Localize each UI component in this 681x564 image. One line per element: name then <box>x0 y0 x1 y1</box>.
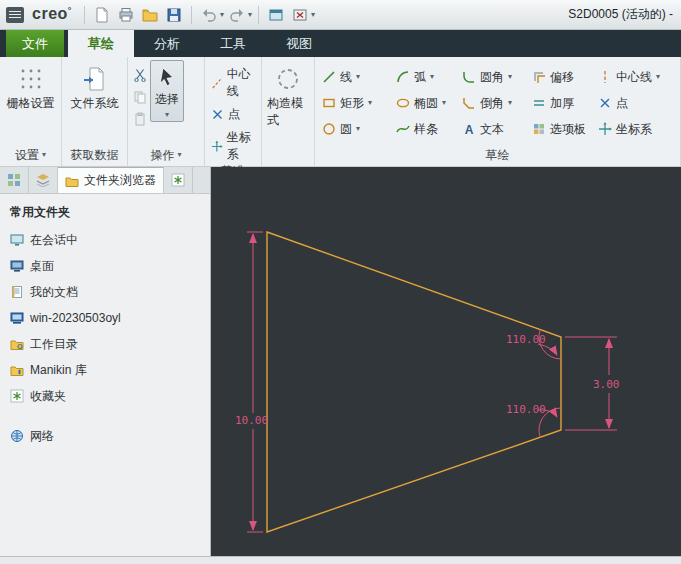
datum-centerline-button[interactable]: 中心线 <box>211 66 259 100</box>
paste-icon[interactable] <box>133 112 147 126</box>
chevron-down-icon[interactable]: ▾ <box>508 73 512 81</box>
folder-item-in-session[interactable]: 在会话中 <box>0 227 210 253</box>
desktop-icon <box>10 259 24 273</box>
group-sketch: 线▾ 矩形▾ 圆▾ 弧▾ <box>315 57 681 166</box>
tool-fillet[interactable]: 圆角▾ <box>457 64 527 90</box>
folder-label: 在会话中 <box>30 232 78 249</box>
redo-button[interactable] <box>226 4 248 26</box>
sketch-canvas[interactable]: 10.00 3.00 110.00 110.00 <box>211 167 681 556</box>
datum-point-button[interactable]: 点 <box>211 106 240 123</box>
tool-palette[interactable]: 选项板 <box>527 116 593 142</box>
chevron-down-icon[interactable]: ▾ <box>356 73 360 81</box>
tool-circle[interactable]: 圆▾ <box>317 116 391 142</box>
tab-model-tree[interactable] <box>0 167 29 193</box>
manikin-folder-icon <box>10 363 24 377</box>
tool-chamfer[interactable]: 倒角▾ <box>457 90 527 116</box>
select-button[interactable]: 选择 ▾ <box>150 60 184 122</box>
footer-get-data[interactable]: 获取数据 <box>62 144 127 166</box>
customize-toolbar-caret-icon[interactable]: ▾ <box>311 10 315 19</box>
save-button[interactable] <box>163 4 185 26</box>
chamfer-icon <box>462 96 476 110</box>
undo-caret-icon[interactable]: ▾ <box>220 10 224 19</box>
rectangle-icon <box>322 96 336 110</box>
new-file-button[interactable] <box>91 4 113 26</box>
fillet-icon <box>462 70 476 84</box>
datum-csys-button[interactable]: 坐标系 <box>211 129 259 163</box>
folder-label: 收藏夹 <box>30 388 66 405</box>
footer-sketch: 草绘 <box>315 144 680 166</box>
close-window-button[interactable] <box>289 4 311 26</box>
tab-label: 文件夹浏览器 <box>84 172 156 189</box>
group-datum: 中心线 点 坐标系 基准 <box>205 57 262 166</box>
tool-line[interactable]: 线▾ <box>317 64 391 90</box>
tool-thicken[interactable]: 加厚 <box>527 90 593 116</box>
folder-item-favorites[interactable]: 收藏夹 <box>0 383 210 409</box>
tool-label: 线 <box>340 69 352 86</box>
construction-mode-button[interactable]: 构造模式 <box>262 60 314 132</box>
tab-tools[interactable]: 工具 <box>200 30 266 57</box>
dimension-left[interactable]: 10.00 <box>235 232 268 532</box>
folder-item-manikin-library[interactable]: Manikin 库 <box>0 357 210 383</box>
tab-sketch[interactable]: 草绘 <box>68 30 134 57</box>
folder-item-desktop[interactable]: 桌面 <box>0 253 210 279</box>
grid-settings-button[interactable]: 栅格设置 <box>2 60 60 115</box>
tool-spline[interactable]: 样条 <box>391 116 457 142</box>
save-icon <box>166 7 182 23</box>
documents-icon <box>10 285 24 299</box>
chevron-down-icon[interactable]: ▾ <box>656 73 660 81</box>
ribbon-tab-bar: 文件 草绘 分析 工具 视图 <box>0 30 681 57</box>
tab-layer-tree[interactable] <box>29 167 58 193</box>
tab-favorites[interactable] <box>164 167 193 193</box>
chevron-down-icon[interactable]: ▾ <box>368 99 372 107</box>
app-menu-icon[interactable] <box>6 7 24 23</box>
chevron-down-icon[interactable]: ▾ <box>356 125 360 133</box>
folder-label: Manikin 库 <box>30 362 87 379</box>
divider <box>84 6 85 24</box>
tool-text[interactable]: A 文本 <box>457 116 527 142</box>
dimension-value: 3.00 <box>593 378 620 391</box>
open-button[interactable] <box>139 4 161 26</box>
dimension-right[interactable]: 3.00 <box>565 337 620 430</box>
folder-item-computer[interactable]: win-20230503oyl <box>0 305 210 331</box>
centerline-icon <box>211 77 223 90</box>
circle-icon <box>322 122 336 136</box>
tool-label: 坐标系 <box>616 121 652 138</box>
footer-settings[interactable]: 设置▾ <box>0 144 61 166</box>
tool-rectangle[interactable]: 矩形▾ <box>317 90 391 116</box>
working-folder-icon <box>10 337 24 351</box>
file-system-button[interactable]: 文件系统 <box>66 60 124 115</box>
folder-label: 网络 <box>30 428 54 445</box>
button-label: 栅格设置 <box>7 95 55 112</box>
tool-arc[interactable]: 弧▾ <box>391 64 457 90</box>
spline-icon <box>396 122 410 136</box>
folder-item-working-directory[interactable]: 工作目录 <box>0 331 210 357</box>
tab-analysis[interactable]: 分析 <box>134 30 200 57</box>
copy-icon[interactable] <box>133 90 147 104</box>
tool-label: 加厚 <box>550 95 574 112</box>
print-button[interactable] <box>115 4 137 26</box>
window-button[interactable] <box>265 4 287 26</box>
in-session-icon <box>10 233 24 247</box>
undo-button[interactable] <box>198 4 220 26</box>
chevron-down-icon[interactable]: ▾ <box>442 99 446 107</box>
redo-caret-icon[interactable]: ▾ <box>248 10 252 19</box>
tab-view[interactable]: 视图 <box>266 30 332 57</box>
tab-file[interactable]: 文件 <box>6 30 64 57</box>
folder-item-my-documents[interactable]: 我的文档 <box>0 279 210 305</box>
coordinate-system-icon <box>211 140 223 153</box>
tool-centerline[interactable]: 中心线▾ <box>593 64 679 90</box>
chevron-down-icon[interactable]: ▾ <box>508 99 512 107</box>
chevron-down-icon[interactable]: ▾ <box>430 73 434 81</box>
folder-icon <box>65 174 79 188</box>
sketch-trapezoid <box>267 232 561 532</box>
tab-folder-browser[interactable]: 文件夹浏览器 <box>58 167 164 193</box>
tool-ellipse[interactable]: 椭圆▾ <box>391 90 457 116</box>
tool-csys[interactable]: 坐标系 <box>593 116 679 142</box>
navigator-tabs: 文件夹浏览器 <box>0 167 210 194</box>
tool-offset[interactable]: 偏移 <box>527 64 593 90</box>
cut-icon[interactable] <box>133 68 147 82</box>
tool-point[interactable]: 点 <box>593 90 679 116</box>
footer-operations[interactable]: 操作▾ <box>128 144 204 166</box>
folder-item-network[interactable]: 网络 <box>0 423 210 449</box>
button-label: 坐标系 <box>227 129 259 163</box>
